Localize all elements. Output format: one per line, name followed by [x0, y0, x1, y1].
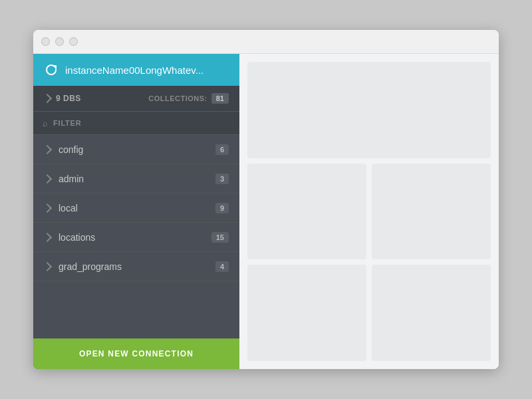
db-item-config[interactable]: config 6 — [33, 135, 239, 164]
db-count-grad-programs: 4 — [215, 261, 229, 272]
content-card-bot-right — [372, 265, 491, 361]
sidebar: instanceName00LongWhatev... 9 DBS COLLEC… — [33, 54, 239, 369]
open-connection-label: OPEN NEW CONNECTION — [79, 349, 194, 358]
content-card-mid-left — [247, 164, 366, 260]
close-button[interactable] — [41, 37, 50, 46]
chevron-grad-icon — [43, 261, 52, 271]
open-connection-button[interactable]: OPEN NEW CONNECTION — [33, 338, 239, 369]
content-card-mid-right — [372, 164, 491, 260]
db-count-config: 6 — [215, 144, 229, 155]
db-summary[interactable]: 9 DBS COLLECTIONS: 81 — [33, 86, 239, 111]
db-item-local[interactable]: local 9 — [33, 194, 239, 223]
instance-header[interactable]: instanceName00LongWhatev... — [33, 54, 239, 86]
expand-dbs-icon — [43, 94, 52, 103]
db-count-admin: 3 — [215, 174, 229, 184]
db-count-locations: 15 — [211, 232, 229, 243]
filter-bar[interactable]: ⌕ FILTER — [33, 111, 239, 135]
collections-label: COLLECTIONS: — [148, 94, 207, 102]
filter-label: FILTER — [53, 119, 81, 127]
db-name-grad-programs: grad_programs — [59, 261, 215, 272]
content-card-bot-left — [247, 265, 366, 361]
minimize-button[interactable] — [55, 37, 64, 46]
chevron-config-icon — [43, 144, 52, 154]
db-count-local: 9 — [215, 203, 229, 213]
chevron-local-icon — [43, 203, 52, 212]
db-list: config 6 admin 3 local 9 locations 15 — [33, 135, 239, 338]
main-content-area — [239, 54, 499, 369]
search-icon: ⌕ — [43, 118, 48, 128]
maximize-button[interactable] — [69, 37, 78, 46]
db-count-label: 9 DBS — [56, 94, 81, 103]
titlebar — [33, 30, 499, 54]
db-item-admin[interactable]: admin 3 — [33, 164, 239, 194]
content-card-top — [247, 62, 491, 158]
db-item-grad-programs[interactable]: grad_programs 4 — [33, 252, 239, 281]
db-item-locations[interactable]: locations 15 — [33, 223, 239, 252]
refresh-icon — [44, 63, 59, 77]
db-name-admin: admin — [59, 174, 215, 184]
db-name-local: local — [59, 203, 215, 213]
chevron-admin-icon — [43, 174, 52, 183]
collections-count: 81 — [211, 93, 229, 104]
db-name-config: config — [59, 144, 215, 155]
main-window: instanceName00LongWhatev... 9 DBS COLLEC… — [33, 30, 499, 369]
window-body: instanceName00LongWhatev... 9 DBS COLLEC… — [33, 54, 499, 369]
chevron-locations-icon — [43, 232, 52, 241]
instance-name: instanceName00LongWhatev... — [65, 65, 203, 76]
db-name-locations: locations — [59, 232, 211, 243]
